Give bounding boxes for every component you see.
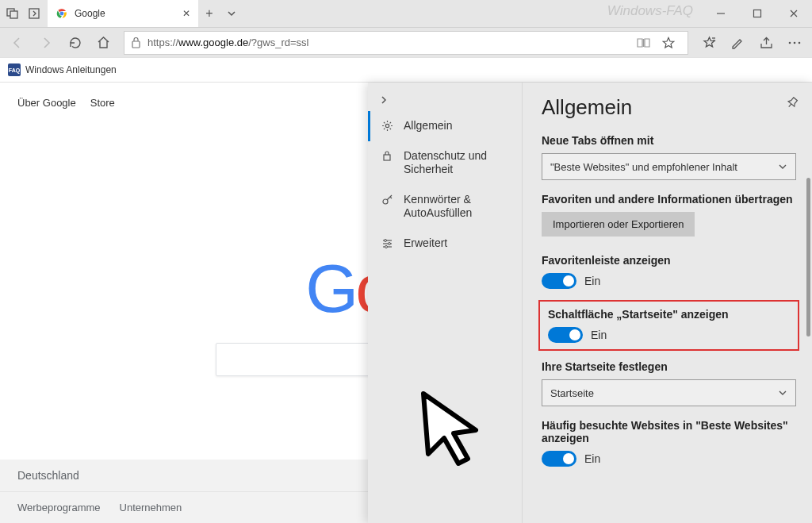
tab-actions-icon[interactable] xyxy=(5,6,21,21)
svg-point-21 xyxy=(385,245,388,248)
tab-close-icon[interactable]: ✕ xyxy=(182,8,190,19)
svg-rect-2 xyxy=(29,9,39,18)
svg-point-20 xyxy=(389,242,391,244)
favbar-state: Ein xyxy=(584,275,600,287)
svg-rect-1 xyxy=(10,11,17,18)
svg-rect-6 xyxy=(754,10,761,17)
topsites-toggle[interactable] xyxy=(542,451,576,467)
refresh-button[interactable] xyxy=(62,30,87,56)
settings-nav: Allgemein Datenschutz und Sicherheit Ken… xyxy=(368,83,523,523)
svg-point-12 xyxy=(799,41,801,44)
import-label: Favoriten und andere Informationen übert… xyxy=(542,193,796,206)
nav-advanced[interactable]: Erweitert xyxy=(368,229,522,259)
homepage-label: Ihre Startseite festlegen xyxy=(542,360,796,373)
lock-icon xyxy=(381,150,394,162)
maximize-button[interactable] xyxy=(739,0,776,27)
gear-icon xyxy=(381,120,394,132)
collapse-nav-icon[interactable] xyxy=(368,89,522,111)
google-store-link[interactable]: Store xyxy=(90,97,115,109)
homepage-select[interactable]: Startseite xyxy=(542,379,796,406)
svg-rect-7 xyxy=(132,41,140,48)
footer-business-link[interactable]: Unternehmen xyxy=(120,502,182,513)
new-tabs-select[interactable]: "Beste Websites" und empfohlener Inhalt xyxy=(542,153,796,180)
close-window-button[interactable] xyxy=(776,0,812,27)
favorites-bar: FAQ Windows Anleitungen xyxy=(0,57,812,83)
chevron-down-icon xyxy=(778,388,787,398)
bookmark-favicon: FAQ xyxy=(8,63,21,76)
svg-point-11 xyxy=(794,41,796,44)
footer-ads-link[interactable]: Werbeprogramme xyxy=(17,502,101,513)
set-aside-tabs-icon[interactable] xyxy=(27,6,43,21)
svg-point-10 xyxy=(789,41,791,44)
nav-passwords[interactable]: Kennwörter & AutoAusfüllen xyxy=(368,185,522,229)
tab-overflow-icon[interactable] xyxy=(220,0,243,27)
more-icon[interactable] xyxy=(782,30,807,56)
notes-icon[interactable] xyxy=(725,30,750,56)
tab-title: Google xyxy=(75,8,176,19)
address-bar[interactable]: https://www.google.de/?gws_rd=ssl xyxy=(124,31,688,55)
favorites-icon[interactable] xyxy=(696,30,722,56)
topsites-label: Häufig besuchte Websites in "Beste Websi… xyxy=(542,419,796,444)
title-bar: Google ✕ + Windows-FAQ xyxy=(0,0,812,27)
settings-body: Allgemein Neue Tabs öffnen mit "Beste We… xyxy=(523,83,812,523)
nav-privacy[interactable]: Datenschutz und Sicherheit xyxy=(368,141,522,185)
homebtn-toggle[interactable] xyxy=(548,327,583,343)
homebtn-label: Schaltfläche „Startseite" anzeigen xyxy=(548,308,790,321)
url-text: https://www.google.de/?gws_rd=ssl xyxy=(147,37,630,48)
highlighted-setting: Schaltfläche „Startseite" anzeigen Ein xyxy=(538,300,799,351)
forward-button[interactable] xyxy=(33,30,59,56)
svg-point-19 xyxy=(385,239,387,241)
settings-panel: Allgemein Datenschutz und Sicherheit Ken… xyxy=(368,83,812,523)
new-tab-button[interactable]: + xyxy=(198,0,220,27)
lock-icon xyxy=(131,37,141,48)
toolbar: https://www.google.de/?gws_rd=ssl xyxy=(0,27,812,57)
content-area: Über Google Store Google Google-Su Deuts… xyxy=(0,83,812,523)
scrollbar-thumb[interactable] xyxy=(806,178,810,336)
google-about-link[interactable]: Über Google xyxy=(17,97,76,109)
svg-rect-14 xyxy=(384,155,390,160)
minimize-button[interactable] xyxy=(703,0,739,27)
home-button[interactable] xyxy=(90,30,116,56)
topsites-state: Ein xyxy=(584,452,600,465)
browser-tab[interactable]: Google ✕ xyxy=(48,0,198,27)
tab-favicon xyxy=(56,7,68,20)
chevron-down-icon xyxy=(778,162,787,171)
reading-view-icon[interactable] xyxy=(637,37,656,48)
nav-general[interactable]: Allgemein xyxy=(368,111,522,141)
favbar-toggle[interactable] xyxy=(542,273,576,289)
import-export-button[interactable]: Importieren oder Exportieren xyxy=(542,212,695,237)
watermark-text: Windows-FAQ xyxy=(607,3,693,19)
sliders-icon xyxy=(381,237,394,249)
favorite-star-icon[interactable] xyxy=(662,37,681,49)
new-tabs-label: Neue Tabs öffnen mit xyxy=(542,134,796,147)
favbar-label: Favoritenleiste anzeigen xyxy=(542,254,796,267)
key-icon xyxy=(381,194,394,206)
svg-point-13 xyxy=(385,124,389,127)
back-button[interactable] xyxy=(5,30,30,56)
pin-icon[interactable] xyxy=(787,97,799,110)
svg-point-4 xyxy=(60,12,64,16)
share-icon[interactable] xyxy=(753,30,779,56)
settings-title: Allgemein xyxy=(542,95,796,120)
homebtn-state: Ein xyxy=(591,329,607,341)
bookmark-item[interactable]: Windows Anleitungen xyxy=(25,64,117,75)
